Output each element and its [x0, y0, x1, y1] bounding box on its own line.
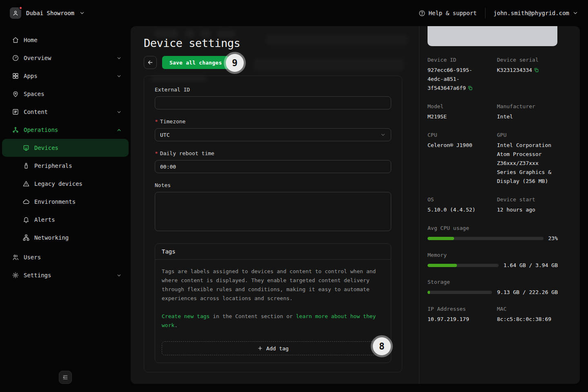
cpu-field: CPU Celeron® J1900 — [428, 132, 489, 186]
sidebar-item-networking[interactable]: Networking — [0, 229, 131, 247]
required-marker: * — [155, 118, 158, 125]
manufacturer-field: Manufacturer Intel — [497, 103, 558, 121]
sidebar-item-apps[interactable]: Apps — [0, 67, 131, 85]
notes-field-group: Notes — [155, 182, 391, 233]
sidebar-item-label: Legacy devices — [34, 180, 82, 187]
org-avatar — [10, 7, 21, 19]
sidebar-item-label: Home — [24, 37, 122, 43]
device-id-value: 927ecc66-9195-4edc-a851-3f543647a6f9 — [428, 67, 472, 91]
sidebar-item-label: Overview — [24, 55, 112, 61]
device-screenshot-thumbnail[interactable] — [428, 26, 557, 46]
sidebar-item-settings[interactable]: Settings — [0, 266, 131, 284]
user-email: john.smith@phygrid.com — [494, 10, 569, 16]
tags-card: Tags Tags are labels assigned to devices… — [155, 243, 391, 363]
sidebar: Home Overview Apps Spaces Content Operat… — [0, 26, 131, 392]
sidebar-item-environments[interactable]: Environments — [0, 193, 131, 211]
bell-icon — [22, 216, 30, 223]
back-button[interactable] — [144, 56, 157, 69]
sidebar-item-users[interactable]: Users — [0, 248, 131, 266]
hierarchy-icon — [22, 234, 30, 241]
external-id-label: External ID — [155, 87, 391, 93]
external-id-input[interactable] — [155, 96, 391, 109]
mac-field: MAC 8c:c5:8c:0c:38:69 — [497, 306, 558, 324]
chevron-up-icon — [116, 127, 122, 133]
chevron-down-icon — [116, 56, 122, 61]
sidebar-item-spaces[interactable]: Spaces — [0, 85, 131, 103]
topbar-right: Help & support john.smith@phygrid.com — [419, 8, 578, 18]
main-panel: Device settings Save all changes Externa… — [131, 26, 580, 384]
sidebar-item-label: Apps — [24, 73, 112, 79]
dimmed-background-shape — [150, 76, 207, 82]
sidebar-item-alerts[interactable]: Alerts — [0, 211, 131, 229]
account-menu[interactable]: john.smith@phygrid.com — [494, 10, 578, 16]
chevron-down-icon — [116, 273, 122, 278]
timezone-select[interactable]: UTC — [155, 128, 391, 141]
sidebar-item-label: Users — [24, 254, 122, 261]
help-icon — [419, 10, 425, 17]
sidebar-item-home[interactable]: Home — [0, 31, 131, 49]
device-id-field: Device ID 927ecc66-9195-4edc-a851-3f5436… — [428, 57, 489, 93]
device-serial-value: K3231234334 — [497, 67, 532, 73]
chevron-down-icon — [79, 10, 85, 16]
sidebar-item-label: Content — [24, 109, 112, 115]
model-field: Model M219SE — [428, 103, 489, 121]
gear-icon — [12, 272, 19, 279]
sidebar-item-operations[interactable]: Operations — [0, 121, 131, 139]
memory-usage-value: 1.64 GB / 3.94 GB — [503, 262, 558, 268]
sidebar-item-label: Settings — [24, 272, 112, 278]
sidebar-item-legacy-devices[interactable]: Legacy devices — [0, 175, 131, 193]
storage-metric: Storage 9.13 GB / 222.26 GB — [428, 279, 558, 295]
sidebar-item-label: Peripherals — [34, 163, 72, 169]
dimmed-background-shape — [216, 30, 236, 38]
cpu-usage-bar — [428, 237, 543, 240]
notes-label: Notes — [155, 182, 391, 188]
tags-description: Tags are labels assigned to devices and … — [162, 267, 384, 303]
sidebar-item-label: Environments — [34, 198, 76, 205]
storage-usage-bar — [428, 291, 492, 294]
copy-icon[interactable] — [534, 67, 539, 73]
sidebar-item-content[interactable]: Content — [0, 103, 131, 121]
sidebar-item-peripherals[interactable]: Peripherals — [0, 157, 131, 175]
chevron-down-icon — [380, 132, 386, 138]
collapse-sidebar-button[interactable] — [59, 371, 72, 384]
external-id-field-group: External ID — [155, 87, 391, 109]
save-all-changes-button[interactable]: Save all changes — [162, 56, 229, 69]
network-info-grid: IP Addresses 10.97.219.179 MAC 8c:c5:8c:… — [428, 306, 558, 324]
topbar-divider — [485, 8, 486, 18]
annotation-marker-8: 8 — [373, 337, 391, 355]
network-nodes-icon — [12, 126, 19, 134]
gpu-field: GPU Intel Corporation Atom Processor Z36… — [497, 132, 558, 186]
os-field: OS 5.10.0 (4.4.52) — [428, 196, 489, 214]
help-support-button[interactable]: Help & support — [419, 10, 477, 17]
required-marker: * — [155, 150, 158, 156]
create-new-tags-link[interactable]: Create new tags — [162, 313, 209, 319]
tags-card-title: Tags — [155, 244, 391, 260]
memory-usage-bar — [428, 264, 499, 267]
chevron-down-icon — [116, 109, 122, 115]
add-tag-button[interactable]: Add tag — [162, 341, 384, 355]
location-pin-icon — [12, 90, 19, 98]
notes-textarea[interactable] — [155, 192, 391, 231]
sidebar-item-label: Devices — [34, 145, 58, 151]
ip-addresses-field: IP Addresses 10.97.219.179 — [428, 306, 489, 324]
topbar: Dubai Showroom Help & support john.smith… — [0, 0, 588, 26]
device-details-panel: Device ID 927ecc66-9195-4edc-a851-3f5436… — [419, 26, 580, 384]
timezone-label: * Timezone — [155, 118, 391, 125]
org-switcher[interactable]: Dubai Showroom — [10, 7, 85, 19]
copy-icon[interactable] — [468, 85, 473, 91]
sidebar-item-devices[interactable]: Devices — [2, 139, 129, 157]
daily-reboot-input[interactable] — [155, 160, 391, 173]
tags-links: Create new tags in the Content section o… — [162, 312, 384, 330]
storage-usage-value: 9.13 GB / 222.26 GB — [497, 289, 558, 295]
daily-reboot-label: * Daily reboot time — [155, 150, 391, 156]
arrow-left-icon — [147, 59, 154, 66]
sidebar-item-overview[interactable]: Overview — [0, 49, 131, 67]
users-icon — [12, 254, 19, 261]
grid-icon — [12, 72, 19, 80]
device-settings-form: External ID * Timezone UTC — [144, 76, 402, 372]
dimmed-background-shape — [185, 29, 195, 38]
device-start-field: Device start 12 hours ago — [497, 196, 558, 214]
content-list-icon — [12, 108, 19, 116]
org-name: Dubai Showroom — [26, 10, 74, 16]
usb-icon — [22, 162, 30, 169]
